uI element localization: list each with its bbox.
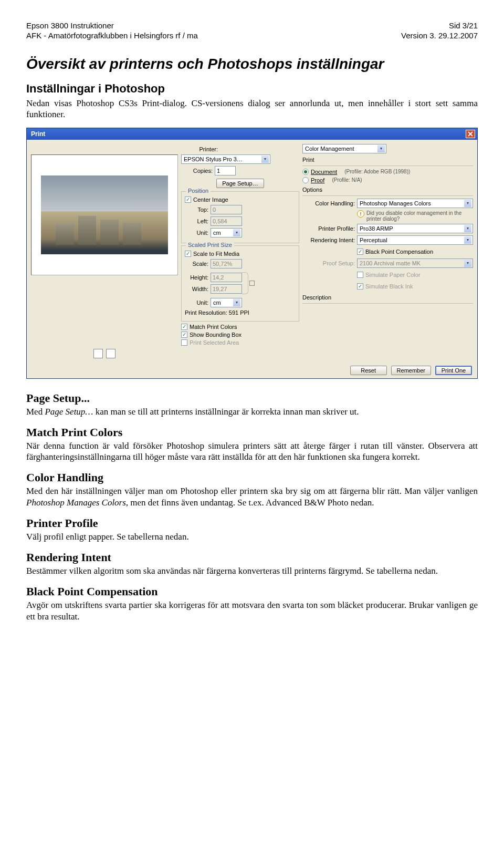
link-icon[interactable] <box>249 281 255 286</box>
options-label: Options <box>302 187 473 193</box>
header-left-2: AFK - Amatörfotografklubben i Helsingfor… <box>26 31 198 40</box>
unit2-label: Unit: <box>185 299 208 306</box>
orientation-portrait-icon[interactable] <box>93 349 103 358</box>
print-selected-area-checkbox: Print Selected Area <box>181 339 299 346</box>
print-resolution: Print Resolution: 591 PPI <box>185 309 296 316</box>
width-label: Width: <box>185 286 208 292</box>
header-right-2: Version 3. 29.12.2007 <box>401 31 478 40</box>
position-group: Position Center Image Top: Left: Unit: c… <box>181 191 299 243</box>
black-point-checkbox[interactable]: Black Point Compensation <box>357 249 433 255</box>
printer-select-value: EPSON Stylus Pro 3… <box>184 156 243 162</box>
chevron-down-icon: ▾ <box>377 145 385 152</box>
document-radio[interactable] <box>302 169 309 175</box>
page-setup-button[interactable]: Page Setup… <box>216 179 264 188</box>
simulate-paper-checkbox: Simulate Paper Color <box>357 272 421 278</box>
chevron-down-icon: ▾ <box>464 260 471 267</box>
paragraph-rendering-intent: Bestämmer vilken algoritm som ska använd… <box>26 565 478 576</box>
top-input <box>211 205 242 214</box>
printer-label: Printer: <box>181 146 218 152</box>
heading-black-point: Black Point Compensation <box>26 585 478 598</box>
paragraph-page-setup: Med Page Setup… kan man se till att prin… <box>26 406 478 417</box>
heading-printer-profile: Printer Profile <box>26 516 478 530</box>
document-radio-label: Document <box>311 169 337 175</box>
section-photoshop: Inställningar i Photoshop <box>26 82 478 96</box>
print-one-button[interactable]: Print One <box>435 366 472 375</box>
show-bounding-box-checkbox[interactable]: Show Bounding Box <box>181 332 299 338</box>
heading-color-handling: Color Handling <box>26 471 478 484</box>
proof-setup-select: 2100 Archival matte MK▾ <box>357 259 473 268</box>
chevron-down-icon: ▾ <box>464 236 471 244</box>
reset-button[interactable]: Reset <box>350 366 387 375</box>
color-handling-select[interactable]: Photoshop Manages Colors▾ <box>357 199 473 208</box>
top-label: Top: <box>185 206 208 213</box>
print-preview <box>31 154 178 275</box>
dialog-title-text: Print <box>31 130 45 138</box>
remember-button[interactable]: Remember <box>391 366 431 375</box>
scale-to-fit-checkbox[interactable]: Scale to Fit Media <box>185 251 296 257</box>
description-label: Description <box>302 294 473 301</box>
warning-text: Did you disable color management in the … <box>366 210 473 222</box>
rendering-intent-select[interactable]: Perceptual▾ <box>357 235 473 245</box>
print-subsection-label: Print <box>302 157 473 163</box>
height-label: Height: <box>185 274 208 281</box>
intro-paragraph: Nedan visas Photoshop CS3s Print-dialog.… <box>26 98 478 120</box>
left-input <box>211 216 242 226</box>
dialog-titlebar[interactable]: Print <box>27 128 477 140</box>
chevron-down-icon: ▾ <box>233 299 240 306</box>
height-input <box>211 273 242 282</box>
copies-label: Copies: <box>181 168 213 174</box>
heading-rendering-intent: Rendering Intent <box>26 551 478 564</box>
header-right-1: Sid 3/21 <box>449 21 478 30</box>
chevron-down-icon: ▾ <box>464 225 471 232</box>
warning-icon: ! <box>357 210 364 218</box>
match-print-colors-checkbox[interactable]: Match Print Colors <box>181 324 299 330</box>
close-icon[interactable] <box>466 130 475 138</box>
heading-match-print-colors: Match Print Colors <box>26 426 478 439</box>
unit-label: Unit: <box>185 230 208 236</box>
unit-select[interactable]: cm▾ <box>211 228 242 237</box>
printer-select[interactable]: EPSON Stylus Pro 3…▾ <box>181 154 270 164</box>
paragraph-match-print-colors: När denna function är vald försöker Phot… <box>26 440 478 463</box>
panel-mode-select[interactable]: Color Management▾ <box>302 144 386 153</box>
simulate-black-ink-checkbox: Simulate Black Ink <box>357 283 413 290</box>
copies-input[interactable] <box>215 166 236 175</box>
proof-profile-info: (Profile: N/A) <box>332 177 362 183</box>
center-image-checkbox[interactable]: Center Image <box>185 197 296 203</box>
printer-profile-label: Printer Profile: <box>302 225 355 232</box>
header-left-1: Epson 3800 Instruktioner <box>26 21 114 30</box>
scale-input <box>211 259 242 268</box>
paragraph-printer-profile: Välj profil enligt papper. Se tabellerna… <box>26 531 478 542</box>
heading-page-setup: Page Setup... <box>26 391 478 405</box>
scaled-legend: Scaled Print Size <box>186 242 234 248</box>
document-profile-info: (Profile: Adobe RGB (1998)) <box>344 169 410 174</box>
paragraph-black-point: Avgör om utskriftens svarta partier ska … <box>26 599 478 622</box>
position-legend: Position <box>186 188 211 194</box>
link-bracket-icon <box>242 272 248 294</box>
scaled-size-group: Scaled Print Size Scale to Fit Media Sca… <box>181 245 299 322</box>
unit2-select[interactable]: cm▾ <box>211 298 242 307</box>
left-label: Left: <box>185 218 208 224</box>
scale-label: Scale: <box>185 261 208 267</box>
page-title: Översikt av printerns och Photoshops ins… <box>26 56 478 73</box>
orientation-landscape-icon[interactable] <box>106 349 116 358</box>
chevron-down-icon: ▾ <box>233 229 240 236</box>
print-dialog: Print Printer: <box>26 128 478 379</box>
printer-profile-select[interactable]: Pro38 ARMP▾ <box>357 224 473 233</box>
color-handling-label: Color Handling: <box>302 200 355 206</box>
proof-setup-label: Proof Setup: <box>302 260 355 266</box>
chevron-down-icon: ▾ <box>261 156 269 163</box>
width-input <box>211 284 242 294</box>
chevron-down-icon: ▾ <box>464 200 471 207</box>
proof-radio-label: Proof <box>311 177 324 183</box>
rendering-intent-label: Rendering Intent: <box>302 237 355 243</box>
paragraph-color-handling: Med den här inställningen väljer man om … <box>26 485 478 508</box>
proof-radio[interactable] <box>302 177 309 183</box>
